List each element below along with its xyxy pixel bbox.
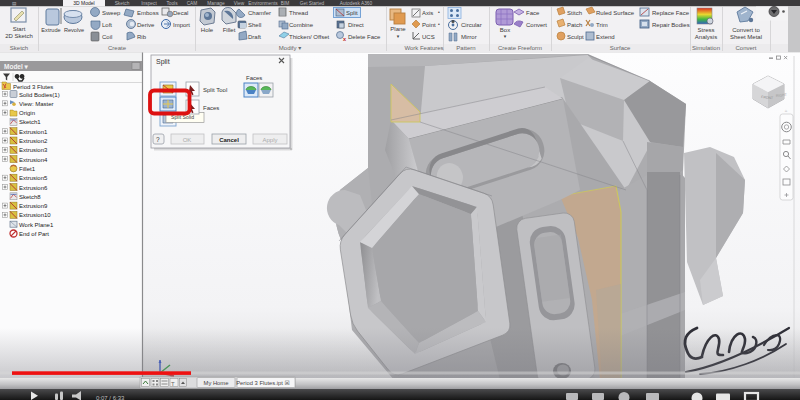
svg-text:Analysis: Analysis <box>695 34 717 40</box>
svg-text:Extrusion9: Extrusion9 <box>19 203 48 209</box>
svg-text:Sketch: Sketch <box>115 1 130 6</box>
svg-text:Period 3 Flutes.ipt ☒: Period 3 Flutes.ipt ☒ <box>236 380 290 386</box>
svg-text:Trim: Trim <box>596 22 608 28</box>
svg-text:Combine: Combine <box>289 22 314 28</box>
svg-text:Face: Face <box>526 10 540 16</box>
svg-text:Origin: Origin <box>19 110 35 116</box>
svg-text:T: T <box>171 381 175 387</box>
svg-text:Extrusion1: Extrusion1 <box>19 129 48 135</box>
svg-text:Delete Face: Delete Face <box>348 34 381 40</box>
svg-text:Period 3 Flutes: Period 3 Flutes <box>13 84 53 90</box>
svg-text:Derive: Derive <box>137 22 155 28</box>
svg-text:Import: Import <box>173 22 190 28</box>
svg-text:Loft: Loft <box>102 22 112 28</box>
svg-text:Replace Face: Replace Face <box>652 10 690 16</box>
svg-text:My Home: My Home <box>204 380 229 386</box>
svg-text:Sculpt: Sculpt <box>567 34 584 40</box>
svg-text:Work Features: Work Features <box>404 45 443 51</box>
svg-text:View: Master: View: Master <box>19 101 54 107</box>
svg-text:Decal: Decal <box>173 10 188 16</box>
svg-text:Create Freeform: Create Freeform <box>498 45 542 51</box>
svg-text:Extrusion4: Extrusion4 <box>19 157 48 163</box>
svg-text:Sweep: Sweep <box>102 10 121 16</box>
svg-text:Mirror: Mirror <box>461 34 477 40</box>
svg-text:Pattern: Pattern <box>456 45 475 51</box>
svg-text:•: • <box>438 9 440 15</box>
svg-text:Split Tool: Split Tool <box>203 87 227 93</box>
svg-text:Patch: Patch <box>567 22 582 28</box>
svg-text:Solid Bodies(1): Solid Bodies(1) <box>19 92 60 98</box>
svg-text:Environments: Environments <box>248 1 278 6</box>
svg-text:Extrusion2: Extrusion2 <box>19 138 48 144</box>
svg-text:0:07 / 6:33: 0:07 / 6:33 <box>96 395 125 400</box>
svg-text:Sketch: Sketch <box>10 45 28 51</box>
svg-text:Manage: Manage <box>207 1 225 6</box>
svg-text:Repair Bodies: Repair Bodies <box>652 22 690 28</box>
svg-text:Convert to: Convert to <box>732 27 760 33</box>
svg-text:3D Model: 3D Model <box>73 0 94 6</box>
svg-text:Chamfer: Chamfer <box>248 10 271 16</box>
svg-text:▤: ▤ <box>12 1 17 6</box>
svg-text:Get Started: Get Started <box>300 1 325 6</box>
svg-text:Fillet1: Fillet1 <box>19 166 36 172</box>
svg-text:Thicken/ Offset: Thicken/ Offset <box>289 34 330 40</box>
svg-text:UCS: UCS <box>422 34 435 40</box>
svg-text:•: • <box>438 21 440 27</box>
svg-text:Extrusion3: Extrusion3 <box>19 147 48 153</box>
svg-text:Faces: Faces <box>246 75 262 81</box>
svg-text:Revolve: Revolve <box>64 27 84 33</box>
svg-text:Sheet Metal: Sheet Metal <box>730 34 762 40</box>
svg-text:Start: Start <box>13 26 26 32</box>
svg-text:Inspect: Inspect <box>141 1 157 6</box>
svg-text:Plane: Plane <box>390 26 406 32</box>
svg-text:Sketch1: Sketch1 <box>19 119 41 125</box>
svg-text:Draft: Draft <box>248 34 261 40</box>
svg-text:Apply: Apply <box>262 137 277 143</box>
svg-text:Faces: Faces <box>203 105 219 111</box>
svg-text:Convert: Convert <box>735 45 756 51</box>
svg-text:BIM: BIM <box>281 1 290 6</box>
svg-text:Extrusion6: Extrusion6 <box>19 185 48 191</box>
svg-text:2D Sketch: 2D Sketch <box>5 33 33 39</box>
svg-text:Point: Point <box>422 22 436 28</box>
svg-text:Emboss: Emboss <box>137 10 159 16</box>
svg-text:?: ? <box>156 136 160 143</box>
svg-text:End of Part: End of Part <box>19 231 49 237</box>
svg-text:OK: OK <box>183 137 192 143</box>
svg-text:Work Plane1: Work Plane1 <box>19 222 54 228</box>
svg-text:CAM: CAM <box>187 1 198 6</box>
svg-text:Ruled Surface: Ruled Surface <box>596 10 635 16</box>
svg-text:Axis: Axis <box>422 10 433 16</box>
svg-text:Create: Create <box>108 45 127 51</box>
svg-text:Cancel: Cancel <box>219 137 239 143</box>
svg-text:Fillet: Fillet <box>223 27 236 33</box>
svg-text:View: View <box>234 1 245 6</box>
svg-text:Sketch8: Sketch8 <box>19 194 41 200</box>
svg-text:Simulation: Simulation <box>692 45 720 51</box>
svg-text:Stress: Stress <box>697 27 714 33</box>
svg-text:Thread: Thread <box>289 10 308 16</box>
svg-text:Split: Split <box>346 10 358 16</box>
svg-text:Hole: Hole <box>201 27 214 33</box>
svg-text:Extrusion10: Extrusion10 <box>19 212 51 218</box>
svg-text:Extrude: Extrude <box>41 27 60 33</box>
svg-text:Stitch: Stitch <box>567 10 582 16</box>
svg-text:Surface: Surface <box>610 45 631 51</box>
svg-text:Rib: Rib <box>137 34 147 40</box>
svg-text:Circular: Circular <box>461 22 482 28</box>
svg-text:Model ▾: Model ▾ <box>4 63 29 70</box>
svg-text:Split: Split <box>156 58 170 66</box>
svg-text:Modify ▾: Modify ▾ <box>279 45 301 51</box>
svg-text:Tools: Tools <box>166 1 178 6</box>
svg-text:Convert: Convert <box>526 22 547 28</box>
svg-text:Extrusion5: Extrusion5 <box>19 175 48 181</box>
svg-text:Autodesk A360: Autodesk A360 <box>340 1 373 6</box>
svg-text:Coil: Coil <box>102 34 112 40</box>
svg-text:Extend: Extend <box>596 34 615 40</box>
svg-text:Direct: Direct <box>348 22 364 28</box>
svg-text:Shell: Shell <box>248 22 261 28</box>
